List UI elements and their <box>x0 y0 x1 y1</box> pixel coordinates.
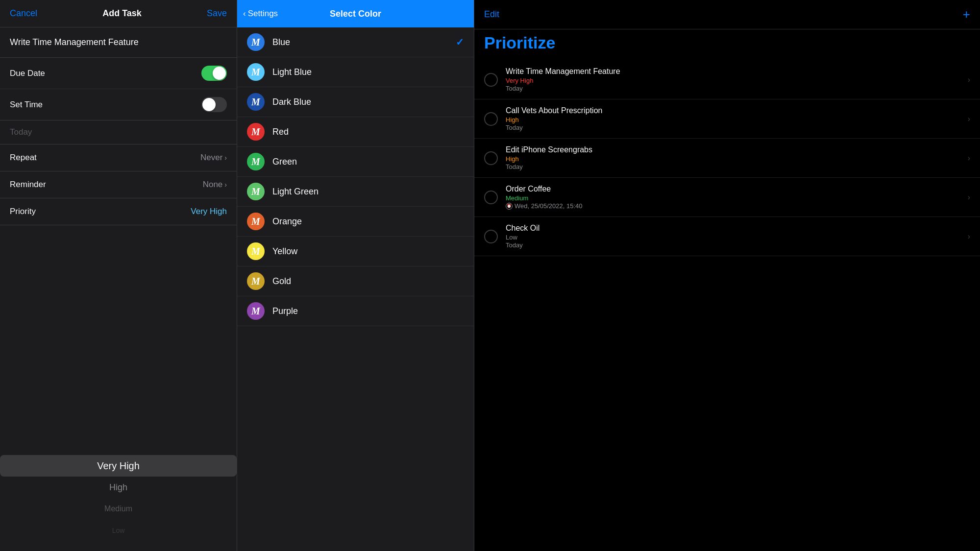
task-row-1[interactable]: Call Vets About Prescription High Today … <box>474 99 980 139</box>
task-name-2: Edit iPhone Screengrabs <box>506 145 968 154</box>
task-chevron-icon-1: › <box>968 115 970 123</box>
color-m-letter: M <box>251 96 260 108</box>
picker-item-low[interactable]: Low <box>0 520 237 541</box>
task-list: Write Time Management Feature Very High … <box>474 60 980 551</box>
cancel-button[interactable]: Cancel <box>10 8 37 19</box>
priority-row[interactable]: Priority Very High <box>0 198 237 225</box>
color-row-orange[interactable]: M Orange <box>237 207 474 237</box>
set-time-label: Set Time <box>10 100 43 110</box>
color-m-letter: M <box>251 156 260 168</box>
add-task-header: Cancel Add Task Save <box>0 0 237 27</box>
color-m-letter: M <box>251 216 260 227</box>
prioritize-title: Prioritize <box>474 29 980 60</box>
color-name-8: Gold <box>272 276 464 287</box>
task-info-4: Check Oil Low Today <box>506 224 968 249</box>
task-chevron-icon-2: › <box>968 154 970 163</box>
priority-value: Very High <box>191 207 227 216</box>
add-task-panel: Cancel Add Task Save Write Time Manageme… <box>0 0 237 551</box>
color-icon-0: M <box>247 33 265 51</box>
task-info-1: Call Vets About Prescription High Today <box>506 106 968 131</box>
task-name-3: Order Coffee <box>506 185 968 193</box>
color-m-letter: M <box>251 37 260 48</box>
add-task-title: Add Task <box>102 8 142 19</box>
color-icon-1: M <box>247 63 265 81</box>
color-row-purple[interactable]: M Purple <box>237 296 474 326</box>
task-circle-1[interactable] <box>484 112 498 126</box>
color-icon-6: M <box>247 213 265 230</box>
add-task-button[interactable]: + <box>963 7 970 22</box>
task-row-4[interactable]: Check Oil Low Today › <box>474 217 980 256</box>
save-button[interactable]: Save <box>207 8 227 19</box>
set-time-toggle[interactable] <box>201 97 227 112</box>
alarm-icon-3: ⏰ <box>506 203 513 210</box>
color-icon-8: M <box>247 272 265 290</box>
due-date-label: Due Date <box>10 69 45 78</box>
picker-item-very-high[interactable]: Very High <box>0 455 237 477</box>
color-row-green[interactable]: M Green <box>237 147 474 177</box>
picker-item-high[interactable]: High <box>0 477 237 498</box>
back-label: Settings <box>248 9 278 19</box>
due-date-placeholder-row: Today <box>0 120 237 144</box>
repeat-row[interactable]: Repeat Never › <box>0 144 237 171</box>
back-chevron-icon: ‹ <box>243 9 246 19</box>
task-date-0: Today <box>506 85 968 92</box>
due-date-row: Due Date <box>0 58 237 89</box>
reminder-section: Reminder None › <box>0 171 237 198</box>
task-row-0[interactable]: Write Time Management Feature Very High … <box>474 60 980 99</box>
color-m-letter: M <box>251 276 260 287</box>
task-circle-3[interactable] <box>484 191 498 204</box>
task-priority-2: High <box>506 155 968 163</box>
prioritize-panel: Edit + Prioritize Write Time Management … <box>474 0 980 551</box>
task-info-0: Write Time Management Feature Very High … <box>506 67 968 92</box>
task-row-3[interactable]: Order Coffee Medium ⏰ Wed, 25/05/2022, 1… <box>474 178 980 217</box>
reminder-label: Reminder <box>10 180 46 190</box>
color-row-light-blue[interactable]: M Light Blue <box>237 57 474 87</box>
color-list: M Blue ✓ M Light Blue M Dark Blue M Red … <box>237 27 474 551</box>
color-name-9: Purple <box>272 306 464 316</box>
color-name-2: Dark Blue <box>272 97 464 107</box>
task-circle-2[interactable] <box>484 151 498 165</box>
task-name-1: Call Vets About Prescription <box>506 106 968 115</box>
color-row-light-green[interactable]: M Light Green <box>237 177 474 207</box>
due-date-placeholder: Today <box>10 127 32 137</box>
due-date-toggle[interactable] <box>201 66 227 81</box>
repeat-label: Repeat <box>10 153 37 163</box>
task-name-4: Check Oil <box>506 224 968 233</box>
back-button[interactable]: ‹ Settings <box>243 9 278 19</box>
color-icon-4: M <box>247 153 265 170</box>
color-m-letter: M <box>251 246 260 257</box>
color-row-dark-blue[interactable]: M Dark Blue <box>237 87 474 117</box>
repeat-value: Never › <box>200 153 227 163</box>
task-title-text: Write Time Management Feature <box>10 37 139 47</box>
edit-button[interactable]: Edit <box>484 9 499 20</box>
checkmark-icon: ✓ <box>456 36 464 48</box>
color-name-5: Light Green <box>272 187 464 197</box>
task-priority-1: High <box>506 116 968 123</box>
color-icon-9: M <box>247 302 265 320</box>
task-alarm-text-3: Wed, 25/05/2022, 15:40 <box>514 202 583 210</box>
repeat-chevron-icon: › <box>224 154 227 162</box>
task-date-4: Today <box>506 241 968 249</box>
color-name-6: Orange <box>272 216 464 227</box>
select-color-header: ‹ Settings Select Color <box>237 0 474 27</box>
task-priority-0: Very High <box>506 77 968 84</box>
toggle-thumb-2 <box>202 98 216 111</box>
reminder-row[interactable]: Reminder None › <box>0 171 237 198</box>
task-row-2[interactable]: Edit iPhone Screengrabs High Today › <box>474 139 980 178</box>
task-circle-4[interactable] <box>484 230 498 243</box>
task-date-1: Today <box>506 124 968 131</box>
color-row-red[interactable]: M Red <box>237 117 474 147</box>
task-circle-0[interactable] <box>484 73 498 87</box>
color-row-blue[interactable]: M Blue ✓ <box>237 27 474 57</box>
color-name-3: Red <box>272 127 464 137</box>
color-m-letter: M <box>251 306 260 317</box>
color-panel-title: Select Color <box>330 9 381 19</box>
color-icon-3: M <box>247 123 265 141</box>
task-info-3: Order Coffee Medium ⏰ Wed, 25/05/2022, 1… <box>506 185 968 210</box>
color-m-letter: M <box>251 126 260 138</box>
task-priority-4: Low <box>506 234 968 241</box>
color-row-gold[interactable]: M Gold <box>237 266 474 296</box>
color-row-yellow[interactable]: M Yellow <box>237 237 474 266</box>
picker-item-medium[interactable]: Medium <box>0 498 237 520</box>
task-chevron-icon-3: › <box>968 193 970 202</box>
